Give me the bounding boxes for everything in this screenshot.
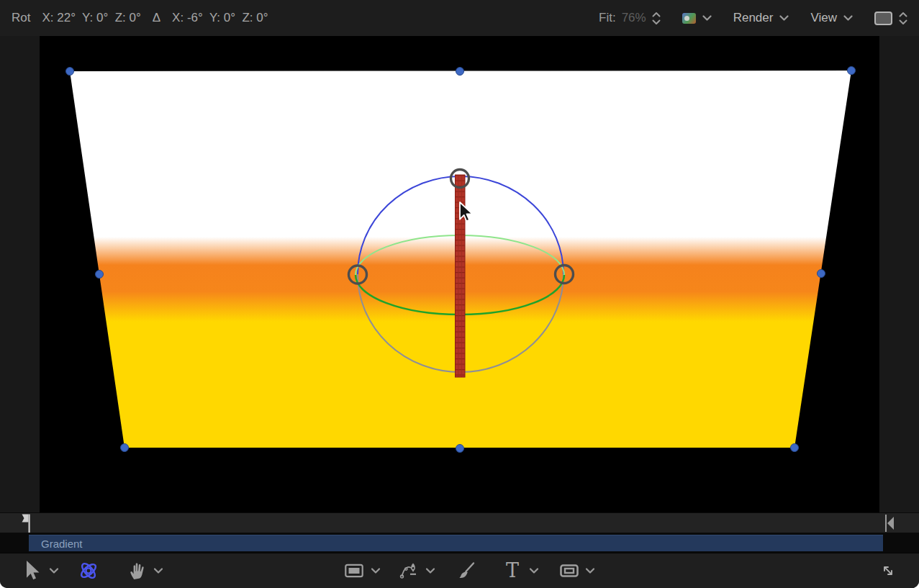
window-layout-control[interactable] xyxy=(874,12,907,25)
mini-timeline-ruler[interactable] xyxy=(0,512,919,533)
handle-bottom-right[interactable] xyxy=(791,444,799,452)
3d-transform-orbit-icon xyxy=(78,560,99,582)
rectangle-shape-tool[interactable] xyxy=(345,553,364,588)
expand-arrows-icon xyxy=(879,562,897,579)
bezier-pen-icon xyxy=(399,561,418,580)
chevron-down-icon xyxy=(371,568,381,574)
chevron-down-icon xyxy=(154,568,163,574)
expand-canvas-control[interactable] xyxy=(879,553,897,588)
chevron-down-icon xyxy=(843,15,853,22)
layout-swatch-icon xyxy=(874,12,892,25)
chevron-down-icon xyxy=(702,15,712,22)
render-menu[interactable]: Render xyxy=(733,11,789,25)
render-menu-label: Render xyxy=(733,11,774,25)
pan-tool-dropdown[interactable] xyxy=(154,553,163,588)
mask-tool-dropdown[interactable] xyxy=(586,553,595,588)
hand-icon xyxy=(128,561,145,580)
rotation-readout: Rot X: 22° Y: 0° Z: 0° Δ X: -6° Y: 0° Z:… xyxy=(12,11,268,25)
timeline-end-marker[interactable] xyxy=(879,513,898,533)
text-tool-glyph: T xyxy=(506,553,519,588)
gradient-clip-bar[interactable]: Gradient xyxy=(29,535,883,551)
zoom-percentage: 76% xyxy=(622,11,646,25)
handle-top-left[interactable] xyxy=(66,68,74,76)
chevron-down-icon xyxy=(50,568,59,574)
canvas-status-bar: Rot X: 22° Y: 0° Z: 0° Δ X: -6° Y: 0° Z:… xyxy=(0,0,919,36)
channels-popup[interactable] xyxy=(682,13,712,24)
playhead-marker[interactable] xyxy=(22,514,32,533)
select-arrow-icon xyxy=(24,560,40,582)
view-menu-label: View xyxy=(810,11,837,25)
rectangle-mask-tool[interactable] xyxy=(560,553,579,588)
rotation-values: X: 22° Y: 0° Z: 0° xyxy=(42,11,140,25)
select-arrow-tool[interactable] xyxy=(24,553,40,588)
bezier-pen-tool[interactable] xyxy=(399,553,418,588)
rotation-delta-values: X: -6° Y: 0° Z: 0° xyxy=(172,11,268,25)
zoom-fit-label: Fit: xyxy=(599,11,616,25)
handle-top-center[interactable] xyxy=(456,68,464,76)
rectangle-mask-icon xyxy=(560,562,579,579)
chevron-down-icon xyxy=(586,568,595,574)
pan-hand-tool[interactable] xyxy=(128,553,145,588)
shape-tool-dropdown[interactable] xyxy=(371,553,381,588)
handle-top-right[interactable] xyxy=(848,67,856,75)
stepper-icon xyxy=(899,12,907,25)
paint-stroke-tool[interactable] xyxy=(457,553,476,588)
view-menu[interactable]: View xyxy=(810,11,853,25)
rotation-label: Rot xyxy=(12,11,30,25)
handle-middle-right[interactable] xyxy=(818,270,825,278)
chevron-down-icon xyxy=(530,568,539,574)
stepper-icon[interactable] xyxy=(652,12,661,25)
delta-symbol: Δ xyxy=(153,11,160,25)
rectangle-shape-icon xyxy=(345,562,364,579)
channels-thumbnail-icon xyxy=(682,13,696,24)
handle-bottom-left[interactable] xyxy=(121,444,129,452)
3d-transform-tool[interactable] xyxy=(78,553,99,588)
canvas-toolbar: T xyxy=(0,553,919,588)
paintbrush-icon xyxy=(457,561,476,580)
clip-label: Gradient xyxy=(29,538,83,550)
pen-tool-dropdown[interactable] xyxy=(426,553,435,588)
chevron-down-icon xyxy=(426,568,435,574)
motion-canvas-window: Rot X: 22° Y: 0° Z: 0° Δ X: -6° Y: 0° Z:… xyxy=(0,0,919,588)
mini-timeline-track: Gradient xyxy=(0,533,919,553)
handle-bottom-center[interactable] xyxy=(456,445,464,453)
text-tool-dropdown[interactable] xyxy=(530,553,539,588)
canvas-viewport[interactable] xyxy=(0,36,919,512)
select-tool-dropdown[interactable] xyxy=(50,553,59,588)
chevron-down-icon xyxy=(779,15,789,22)
handle-middle-left[interactable] xyxy=(96,271,104,279)
zoom-level-control[interactable]: Fit: 76% xyxy=(599,11,661,25)
text-tool[interactable]: T xyxy=(506,553,519,588)
